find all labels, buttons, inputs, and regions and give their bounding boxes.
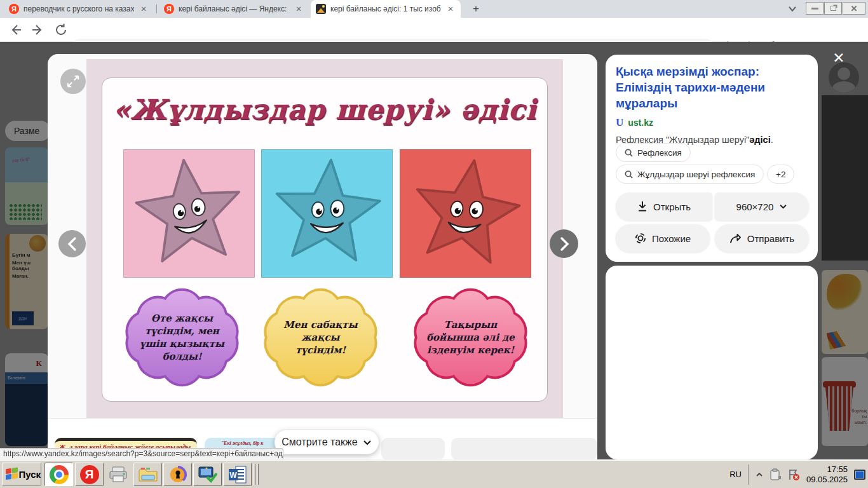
- more-queries-chip[interactable]: +2: [767, 165, 794, 184]
- quicklaunch-handle[interactable]: [257, 464, 259, 485]
- show-desktop-button[interactable]: [854, 470, 865, 480]
- taskbar-chrome-button[interactable]: [44, 463, 73, 486]
- window-minimize-button[interactable]: [806, 2, 824, 15]
- new-tab-button[interactable]: +: [468, 3, 484, 15]
- window-close-button[interactable]: ✕: [843, 2, 865, 15]
- cloud-text: Өте жақсы түсіндім, мен үшін қызықты бол…: [137, 283, 226, 392]
- thumb-text: Маған.: [10, 271, 48, 279]
- basket-image: [825, 386, 853, 431]
- previous-image-button[interactable]: [58, 230, 86, 257]
- tab-title: кері байланыс әдісі: 1 тыс изобра: [330, 4, 441, 13]
- reload-icon[interactable]: [53, 22, 69, 37]
- chevron-down-icon: [363, 440, 372, 445]
- chrome-icon: [50, 465, 69, 484]
- related-thumbnail-placeholder[interactable]: [381, 438, 445, 459]
- search-icon: [625, 149, 633, 157]
- thumb-text: Мен үш болды: [10, 258, 48, 271]
- related-query-chip[interactable]: Жұлдыздар шеруі рефлексия: [616, 165, 764, 184]
- open-label: Открыть: [653, 201, 691, 212]
- thumb-caption: "Екі жұлдыз, бір к: [205, 440, 280, 447]
- pink-star-illustration: [123, 148, 256, 281]
- browser-tab-strip: Я переводчик с русского на казахск ✕ Я к…: [0, 0, 868, 18]
- similar-images-button[interactable]: Похожие: [616, 224, 710, 252]
- image-favicon: [316, 4, 326, 14]
- status-url-bubble: https://www.yandex.kz/images/search?p=3&…: [0, 448, 283, 459]
- similar-lens-icon: [635, 233, 646, 244]
- source-row[interactable]: U ust.kz: [616, 116, 808, 129]
- chevron-down-icon[interactable]: [788, 6, 797, 12]
- slide-content: «Жұлдыздар шеруі» әдісі: [102, 78, 548, 402]
- result-thumbnail[interactable]: К Білемін: [5, 353, 48, 446]
- quicklaunch-handle[interactable]: [254, 464, 255, 485]
- forward-icon[interactable]: [31, 22, 46, 37]
- yandex-favicon: Я: [9, 4, 19, 14]
- taskbar-word-button[interactable]: W: [223, 463, 252, 486]
- svg-text:W: W: [229, 471, 237, 480]
- related-thumbnail-placeholder[interactable]: [451, 438, 597, 459]
- expand-arrows-icon: [66, 74, 80, 88]
- start-button[interactable]: Пуск: [2, 463, 41, 485]
- folder-icon: [138, 466, 158, 483]
- thumb-text: Не білд: [5, 147, 48, 165]
- result-thumbnail[interactable]: Бүгін м Мен үш болды Маған. рды: [5, 234, 48, 329]
- laptop-image: рды: [12, 311, 34, 325]
- show-hidden-icons-chevron[interactable]: [756, 472, 763, 477]
- windows-taskbar: Пуск Я W RU 17:55 09.05.2025: [0, 459, 868, 488]
- chevron-right-icon: [558, 236, 571, 252]
- image-info-panel: Қысқа мерзімді жоспар: Еліміздің тарихи-…: [606, 55, 818, 262]
- cloud-bubble-pink: Тақырып бойынша әлі де ізденуім керек!: [409, 283, 532, 392]
- browser-tab-3-active[interactable]: кері байланыс әдісі: 1 тыс изобра ✕: [311, 0, 461, 18]
- taskbar-clock[interactable]: 17:55 09.05.2025: [806, 464, 848, 485]
- result-thumbnail[interactable]: борлық ты ызыл.: [822, 357, 868, 446]
- image-size-dropdown[interactable]: 960×720: [715, 193, 809, 220]
- yandex-browser-icon: Я: [80, 465, 99, 484]
- expand-image-button[interactable]: [60, 69, 86, 94]
- taskbar-monitor-app-button[interactable]: [193, 463, 222, 486]
- taskbar-yandex-button[interactable]: Я: [75, 463, 104, 486]
- star-panel-pink: [123, 149, 255, 278]
- result-thumbnail[interactable]: Не білд: [5, 147, 48, 225]
- download-icon: [637, 201, 648, 212]
- info-panel-secondary-card: [606, 266, 818, 459]
- chip-label: +2: [776, 170, 785, 179]
- chip-label: Рефлексия: [637, 148, 682, 158]
- image-viewer-card: «Жұлдыздар шеруі» әдісі: [48, 54, 597, 459]
- language-indicator[interactable]: RU: [729, 470, 742, 479]
- window-restore-button[interactable]: [824, 2, 842, 15]
- tab-close-icon[interactable]: ✕: [294, 4, 304, 14]
- send-image-button[interactable]: Отправить: [715, 224, 809, 252]
- back-icon[interactable]: [8, 22, 23, 37]
- star-panel-blue: [261, 149, 393, 278]
- clock-time: 17:55: [806, 464, 848, 475]
- result-thumbnail[interactable]: [822, 270, 868, 354]
- search-icon: [625, 170, 633, 179]
- related-query-chip[interactable]: Рефлексия: [616, 143, 691, 162]
- taskbar-folder-button[interactable]: [133, 463, 162, 486]
- dim-block: [822, 95, 868, 261]
- clock-date: 09.05.2025: [806, 475, 848, 485]
- start-label: Пуск: [18, 469, 41, 480]
- taskbar-printer-button[interactable]: [104, 463, 132, 486]
- cloud-text: Тақырып бойынша әлі де ізденуім керек!: [426, 283, 515, 392]
- tab-divider: [156, 4, 157, 13]
- site-host: ust.kz: [628, 118, 653, 128]
- red-star-illustration: [397, 145, 534, 283]
- tab-close-icon[interactable]: ✕: [445, 4, 456, 14]
- result-title-link[interactable]: Қысқа мерзімді жоспар: Еліміздің тарихи-…: [616, 64, 808, 111]
- browser-toolbar: yandex.kz/images/search?img_url=https%3A…: [0, 18, 868, 42]
- taskbar-security-app-button[interactable]: [163, 463, 192, 486]
- next-image-button[interactable]: [550, 229, 578, 258]
- action-center-flag-icon[interactable]: [787, 468, 800, 481]
- system-tray: RU 17:55 09.05.2025: [729, 460, 868, 488]
- size-filter-chip[interactable]: Разме: [5, 121, 51, 141]
- see-also-button[interactable]: Смотрите также: [275, 430, 379, 454]
- cloud-bubble-purple: Өте жақсы түсіндім, мен үшін қызықты бол…: [120, 283, 244, 392]
- slide-title: «Жұлдыздар шеруі» әдісі: [102, 93, 547, 125]
- open-image-button[interactable]: Открыть: [616, 193, 712, 220]
- browser-tab-2[interactable]: Я кері байланыс әдісі — Яндекс: наш ✕: [159, 0, 309, 18]
- tab-close-icon[interactable]: ✕: [139, 4, 149, 14]
- browser-tab-1[interactable]: Я переводчик с русского на казахск ✕: [4, 0, 154, 18]
- clipboard-tray-icon[interactable]: [770, 468, 781, 481]
- viewed-image[interactable]: «Жұлдыздар шеруі» әдісі: [86, 59, 563, 418]
- keyhole-app-icon: [169, 466, 187, 484]
